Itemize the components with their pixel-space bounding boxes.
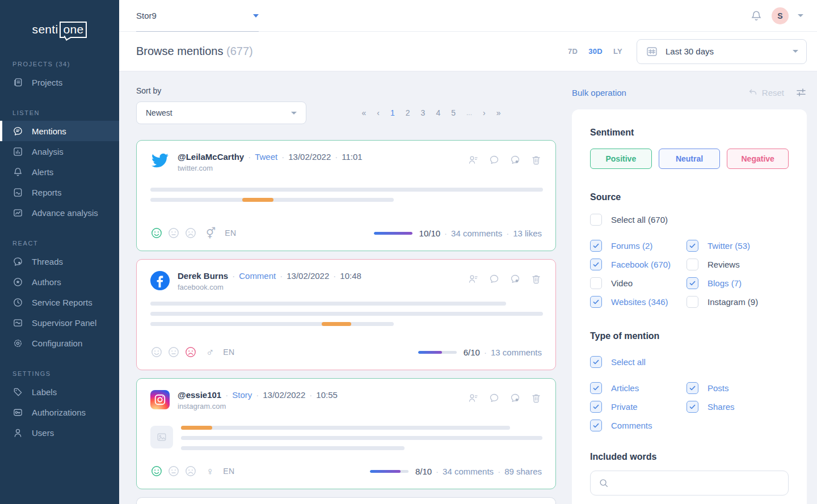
range-shortcut-ly[interactable]: LY	[613, 47, 622, 56]
sidebar-item-reports[interactable]: Reports	[0, 182, 119, 202]
comment-bubble-icon[interactable]	[488, 154, 500, 166]
checkbox-label: Articles	[611, 383, 639, 393]
comments-stat[interactable]: 13 comments	[491, 348, 542, 357]
source-video-checkbox[interactable]: Video	[590, 277, 687, 289]
sidebar-section-react: REACT	[12, 240, 119, 247]
type-shares-checkbox[interactable]: Shares	[687, 401, 789, 413]
pagination-page-3[interactable]: 3	[421, 108, 426, 117]
thread-bubble-icon[interactable]	[509, 273, 521, 285]
mention-type-link[interactable]: Story	[232, 390, 252, 400]
sidebar-item-supervisor-panel[interactable]: Supervisor Panel	[0, 312, 119, 333]
type-select-all-checkbox[interactable]: Select all	[590, 356, 789, 368]
pagination-first[interactable]: «	[362, 108, 367, 117]
sidebar-item-users[interactable]: Users	[0, 422, 119, 443]
source-forums-checkbox[interactable]: Forums (2)	[590, 240, 687, 252]
pagination-prev[interactable]: ‹	[377, 108, 380, 117]
checkbox	[590, 259, 602, 270]
sidebar-item-mentions[interactable]: Mentions	[0, 121, 119, 141]
range-shortcut-30d[interactable]: 30D	[588, 47, 603, 56]
mention-author[interactable]: @essie101	[178, 390, 221, 400]
neutral-face-icon[interactable]	[167, 465, 180, 477]
comments-stat[interactable]: 34 comments	[443, 467, 494, 476]
sidebar-item-alerts[interactable]: Alerts	[0, 162, 119, 182]
negative-face-icon[interactable]	[184, 465, 197, 477]
sort-select[interactable]: Newest	[136, 101, 306, 124]
sentiment-neutral-button[interactable]: Neutral	[659, 149, 721, 169]
checkbox	[590, 382, 602, 394]
trash-icon[interactable]	[530, 273, 542, 285]
bulk-operation-link[interactable]: Bulk operation	[572, 88, 626, 98]
mention-author[interactable]: Derek Burns	[178, 271, 228, 281]
assign-author-icon[interactable]	[468, 154, 479, 166]
mention-date: 13/02/2022	[287, 271, 329, 281]
comments-stat[interactable]: 34 comments	[451, 228, 502, 238]
checkbox	[687, 296, 698, 308]
sidebar-item-configuration[interactable]: Configuration	[0, 333, 119, 353]
mention-domain: twitter.com	[178, 164, 363, 172]
neutral-face-icon[interactable]	[167, 227, 180, 239]
comment-bubble-icon[interactable]	[488, 392, 500, 404]
likes-stat[interactable]: 13 likes	[513, 228, 542, 238]
mention-author[interactable]: @LeilaMcCarthy	[178, 152, 244, 162]
range-shortcut-7d[interactable]: 7D	[568, 47, 578, 56]
source-reviews-checkbox[interactable]: Reviews	[687, 259, 789, 270]
mention-card: @LeilaMcCarthyTweet13/02/202211:01 twitt…	[136, 140, 556, 251]
source-blogs-checkbox[interactable]: Blogs (7)	[687, 277, 789, 289]
assign-author-icon[interactable]	[468, 392, 479, 404]
negative-face-icon[interactable]	[184, 227, 197, 239]
thread-bubble-icon[interactable]	[509, 392, 521, 404]
reset-button[interactable]: Reset	[748, 87, 784, 98]
sidebar-item-advance-analysis[interactable]: Advance analysis	[0, 202, 119, 223]
sidebar-item-service-reports[interactable]: Service Reports	[0, 292, 119, 312]
mention-type-link[interactable]: Tweet	[255, 152, 277, 162]
sentiment-negative-button[interactable]: Negative	[727, 149, 789, 169]
date-range-picker[interactable]: Last 30 days	[637, 39, 807, 64]
trash-icon[interactable]	[530, 392, 542, 404]
project-selector[interactable]: Stor9	[136, 0, 259, 31]
sidebar-item-authorizations[interactable]: Authorizations	[0, 402, 119, 422]
type-private-checkbox[interactable]: Private	[590, 401, 687, 413]
source-select-all-checkbox[interactable]: Select all (670)	[590, 214, 789, 226]
sidebar-item-authors[interactable]: Authors	[0, 272, 119, 292]
pagination-page-1[interactable]: 1	[390, 108, 395, 117]
thread-bubble-icon[interactable]	[509, 154, 521, 166]
source-facebook-checkbox[interactable]: Facebook (670)	[590, 259, 687, 270]
sidebar-item-projects[interactable]: Projects	[0, 72, 119, 92]
positive-face-icon[interactable]	[150, 465, 163, 477]
user-avatar[interactable]: S	[772, 7, 789, 24]
comment-bubble-icon[interactable]	[488, 273, 500, 285]
trash-icon[interactable]	[530, 154, 542, 166]
assign-author-icon[interactable]	[468, 273, 479, 285]
filter-sliders-icon[interactable]	[795, 87, 807, 98]
positive-face-icon[interactable]	[150, 346, 163, 358]
pagination-page-5[interactable]: 5	[451, 108, 456, 117]
gender-icon: ⚥	[206, 228, 216, 239]
checkbox-label: Facebook (670)	[611, 260, 671, 269]
sentiment-positive-button[interactable]: Positive	[590, 149, 652, 169]
negative-face-icon[interactable]	[184, 346, 197, 358]
pagination-next[interactable]: ›	[483, 108, 486, 117]
mention-type-link[interactable]: Comment	[239, 271, 276, 281]
shares-stat[interactable]: 89 shares	[504, 467, 542, 476]
type-comments-checkbox[interactable]: Comments	[590, 420, 687, 431]
analysis-icon	[12, 146, 23, 157]
source-twitter-checkbox[interactable]: Twitter (53)	[687, 240, 789, 252]
notifications-bell-icon[interactable]	[750, 10, 763, 22]
positive-face-icon[interactable]	[150, 227, 163, 239]
source-instagram-checkbox[interactable]: Instagram (9)	[687, 296, 789, 308]
type-articles-checkbox[interactable]: Articles	[590, 382, 687, 394]
neutral-face-icon[interactable]	[167, 346, 180, 358]
sidebar-item-labels[interactable]: Labels	[0, 382, 119, 402]
included-words-search[interactable]	[590, 471, 789, 495]
sidebar-item-threads[interactable]: Threads	[0, 251, 119, 272]
advance-analysis-icon	[12, 207, 23, 218]
included-words-input[interactable]	[614, 478, 780, 488]
sentione-logo: sentione	[0, 22, 119, 38]
sidebar-item-analysis[interactable]: Analysis	[0, 141, 119, 162]
type-posts-checkbox[interactable]: Posts	[687, 382, 789, 394]
pagination-last[interactable]: »	[496, 108, 501, 117]
user-menu-caret-icon[interactable]	[798, 14, 803, 17]
pagination-page-2[interactable]: 2	[406, 108, 410, 117]
pagination-page-4[interactable]: 4	[436, 108, 440, 117]
source-websites-checkbox[interactable]: Websites (346)	[590, 296, 687, 308]
